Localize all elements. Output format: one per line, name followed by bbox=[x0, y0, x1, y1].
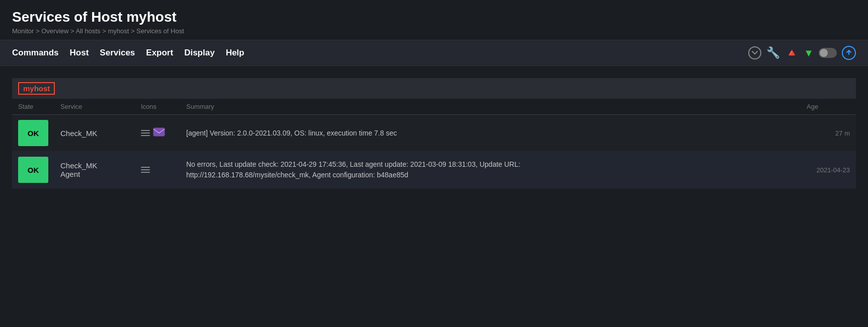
nav-services[interactable]: Services bbox=[100, 40, 146, 66]
wrench-button[interactable]: 🔧 bbox=[766, 46, 780, 59]
toggle-switch[interactable] bbox=[819, 48, 837, 58]
table-row: OKCheck_MK [agent] Version: 2.0.0-2021.0… bbox=[12, 115, 856, 152]
page-header: Services of Host myhost Monitor > Overvi… bbox=[0, 0, 868, 40]
host-section: myhost State Service Icons Summary Age O… bbox=[12, 78, 856, 188]
service-name[interactable]: Check_MK bbox=[60, 129, 129, 138]
col-header-service: Service bbox=[54, 99, 135, 115]
summary-text: No errors, Last update check: 2021-04-29… bbox=[186, 159, 564, 180]
icons-cell bbox=[141, 127, 174, 139]
table-row: OKCheck_MK AgentNo errors, Last update c… bbox=[12, 152, 856, 188]
nav-display[interactable]: Display bbox=[184, 40, 225, 66]
services-table: State Service Icons Summary Age OKCheck_… bbox=[12, 99, 856, 188]
nav-commands[interactable]: Commands bbox=[12, 40, 70, 66]
hamburger-icon[interactable] bbox=[141, 167, 150, 173]
host-label[interactable]: myhost bbox=[18, 82, 55, 95]
upload-circle-icon bbox=[842, 46, 856, 60]
nav-export[interactable]: Export bbox=[146, 40, 184, 66]
filter-button[interactable]: ▼ bbox=[804, 47, 814, 59]
col-header-state: State bbox=[12, 99, 54, 115]
nav-help[interactable]: Help bbox=[226, 40, 256, 66]
svg-rect-0 bbox=[153, 128, 165, 136]
wrench-icon: 🔧 bbox=[766, 46, 780, 59]
breadcrumb: Monitor > Overview > All hosts > myhost … bbox=[12, 27, 856, 35]
upload-circle-button[interactable] bbox=[842, 46, 856, 60]
cone-button[interactable]: 🔺 bbox=[785, 46, 799, 59]
navbar: Commands Host Services Export Display He… bbox=[0, 40, 868, 66]
summary-text: [agent] Version: 2.0.0-2021.03.09, OS: l… bbox=[186, 128, 564, 139]
circle-down-button[interactable] bbox=[748, 46, 761, 59]
age-value: 2021-04-23 bbox=[807, 166, 850, 174]
nav-icons-group: 🔧 🔺 ▼ bbox=[748, 46, 856, 60]
host-header: myhost bbox=[12, 78, 856, 99]
nav-host[interactable]: Host bbox=[70, 40, 100, 66]
page-title: Services of Host myhost bbox=[12, 9, 856, 25]
cone-icon: 🔺 bbox=[785, 46, 799, 59]
hamburger-icon[interactable] bbox=[141, 130, 150, 136]
envelope-icon[interactable] bbox=[153, 127, 165, 139]
age-value: 27 m bbox=[807, 129, 850, 137]
state-badge[interactable]: OK bbox=[18, 120, 48, 146]
main-content: myhost State Service Icons Summary Age O… bbox=[0, 66, 868, 201]
col-header-summary: Summary bbox=[180, 99, 801, 115]
icons-cell bbox=[141, 167, 174, 173]
col-header-age: Age bbox=[801, 99, 856, 115]
table-header-row: State Service Icons Summary Age bbox=[12, 99, 856, 115]
filter-icon: ▼ bbox=[804, 47, 814, 59]
state-badge[interactable]: OK bbox=[18, 157, 48, 183]
col-header-icons: Icons bbox=[135, 99, 180, 115]
service-name[interactable]: Check_MK Agent bbox=[60, 161, 129, 178]
chevron-down-icon bbox=[748, 46, 761, 59]
